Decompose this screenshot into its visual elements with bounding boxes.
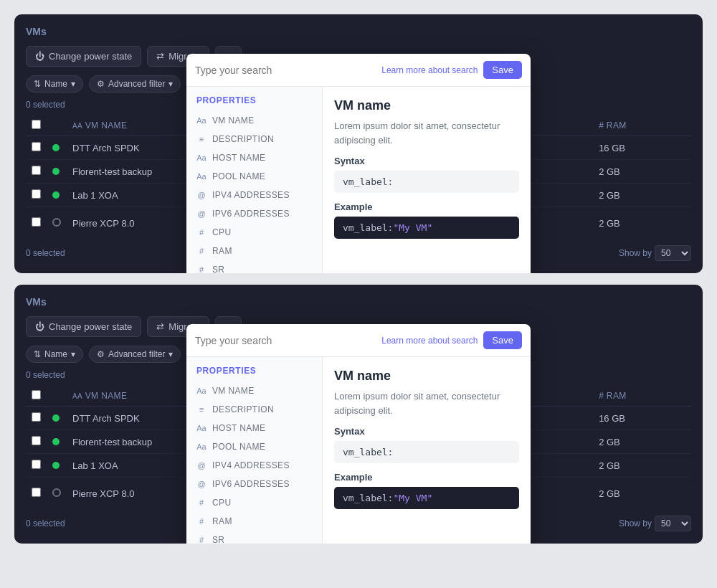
top-search-input[interactable] [195,65,376,76]
status-dot-green-2 [52,168,60,175]
b-row-checkbox-4[interactable] [32,488,41,497]
b-status-dot-1 [52,414,60,422]
top-properties-title: Properties [186,95,322,111]
top-syntax-box: vm_label: [334,171,519,193]
b-vm-ram-2: 2 GB [593,430,691,454]
b-prop-ipv4[interactable]: @ IPV4 ADDRESSES [186,456,322,475]
b-status-dot-3 [52,462,60,469]
prop-vmname[interactable]: Aa VM NAME [186,111,322,130]
b-prop-ipv4-label: IPV4 ADDRESSES [212,460,290,470]
top-selected-count-bottom: 0 selected [26,248,65,258]
prop-ram[interactable]: # RAM [186,242,322,260]
b-row-checkbox-3[interactable] [32,460,41,469]
top-detail-panel: VM name Lorem ipsum dolor sit amet, cons… [323,87,531,273]
hash-icon2-b: # [599,391,604,401]
bottom-show-by-label: Show by [619,518,652,528]
bottom-name-filter[interactable]: ⇅ Name ▾ [26,346,83,363]
vm-ram-cell-3: 2 GB [593,184,691,207]
b-prop-ipv6[interactable]: @ IPV6 ADDRESSES [186,475,322,493]
top-power-button[interactable]: ⏻ Change power state [26,46,141,67]
bottom-panel-title: VMs [26,296,691,308]
prop-ram-icon: # [196,247,206,255]
prop-sr[interactable]: # SR [186,260,322,273]
bottom-advanced-filter[interactable]: ⚙ Advanced filter ▾ [89,346,181,363]
b-prop-vmname[interactable]: Aa VM NAME [186,381,322,400]
b-row-checkbox-2[interactable] [32,436,41,445]
top-advanced-filter[interactable]: ⚙ Advanced filter ▾ [89,75,181,93]
vm-ram-cell-4: 2 GB [593,207,691,240]
bottom-power-button[interactable]: ⏻ Change power state [26,316,141,337]
b-prop-poolname[interactable]: Aa POOL NAME [186,437,322,456]
top-syntax-label: Syntax [334,156,519,166]
bottom-select-all-checkbox[interactable] [32,390,41,399]
b-prop-ipv6-icon: @ [196,480,206,488]
chevron-down-icon-b: ▾ [71,349,75,359]
prop-hostname[interactable]: Aa HOST NAME [186,148,322,167]
b-prop-ipv6-label: IPV6 ADDRESSES [212,479,290,489]
filter2-icon-b: ⚙ [97,349,105,359]
row-checkbox-4[interactable] [32,217,41,227]
top-show-by-label: Show by [619,248,652,258]
prop-poolname[interactable]: Aa POOL NAME [186,167,322,186]
top-learn-more-link[interactable]: Learn more about search [381,65,478,75]
top-example-label: Example [334,201,519,212]
b-vm-ram-1: 16 GB [593,407,691,430]
top-show-by-select[interactable]: 50 100 200 [655,245,691,261]
b-prop-hostname[interactable]: Aa HOST NAME [186,419,322,437]
b-prop-vmname-label: VM NAME [212,386,255,396]
bottom-learn-more-link[interactable]: Learn more about search [381,336,478,346]
b-prop-cpu[interactable]: # CPU [186,493,322,512]
b-vm-ram-3: 2 GB [593,454,691,478]
bottom-search-body: Properties Aa VM NAME ≡ DESCRIPTION Aa H… [186,357,531,544]
chevron-down2-icon-b: ▾ [168,349,173,359]
b-prop-desc-icon: ≡ [196,405,206,414]
prop-hostname-icon: Aa [196,153,206,162]
b-prop-hostname-icon: Aa [196,424,206,432]
b-status-ring-4 [52,488,61,497]
prop-cpu-icon: # [196,228,206,237]
row-checkbox-1[interactable] [32,142,41,151]
prop-desc-label: DESCRIPTION [212,134,274,144]
b-prop-ram-label: RAM [212,516,232,526]
prop-vmname-label: VM NAME [212,115,255,125]
b-row-checkbox-1[interactable] [32,412,41,422]
bottom-search-input[interactable] [195,335,376,346]
bottom-search-overlay: Learn more about search Save Properties … [186,324,531,544]
b-prop-description[interactable]: ≡ DESCRIPTION [186,400,322,419]
prop-hostname-label: HOST NAME [212,153,265,163]
bottom-save-button[interactable]: Save [483,331,522,349]
prop-sr-label: SR [212,265,224,273]
top-panel-title: VMs [26,26,691,37]
top-name-filter[interactable]: ⇅ Name ▾ [26,75,83,93]
b-prop-poolname-label: POOL NAME [212,442,265,452]
row-checkbox-3[interactable] [32,189,41,199]
bottom-show-by-select[interactable]: 50 100 200 [655,516,691,531]
status-dot-green-1 [52,144,60,151]
bottom-syntax-label: Syntax [334,426,519,437]
b-prop-sr[interactable]: # SR [186,531,322,544]
prop-cpu-label: CPU [212,227,231,237]
b-prop-poolname-icon: Aa [196,442,206,451]
b-prop-sr-icon: # [196,536,206,544]
power-icon-b: ⏻ [35,321,44,332]
prop-vmname-icon: Aa [196,116,206,125]
bottom-properties-panel: Properties Aa VM NAME ≡ DESCRIPTION Aa H… [186,357,323,544]
prop-cpu[interactable]: # CPU [186,223,322,242]
prop-description[interactable]: ≡ DESCRIPTION [186,130,322,148]
row-checkbox-2[interactable] [32,166,41,175]
top-example-box: vm_label:"My VM" [334,217,519,239]
b-prop-hostname-label: HOST NAME [212,423,265,433]
prop-ipv6[interactable]: @ IPV6 ADDRESSES [186,204,322,223]
prop-poolname-icon: Aa [196,172,206,181]
prop-ipv4[interactable]: @ IPV4 ADDRESSES [186,186,322,204]
bottom-detail-title: VM name [334,369,519,384]
b-prop-ram[interactable]: # RAM [186,512,322,531]
top-panel: VMs ⏻ Change power state ⇄ Migrate ··· ⇅… [14,14,703,273]
b-prop-desc-label: DESCRIPTION [212,404,274,414]
bottom-example-box: vm_label:"My VM" [334,487,519,509]
top-save-button[interactable]: Save [483,61,522,79]
prop-poolname-label: POOL NAME [212,171,265,181]
vm-ram-cell-1: 16 GB [593,136,691,160]
b-prop-vmname-icon: Aa [196,387,206,395]
top-select-all-checkbox[interactable] [32,120,41,129]
